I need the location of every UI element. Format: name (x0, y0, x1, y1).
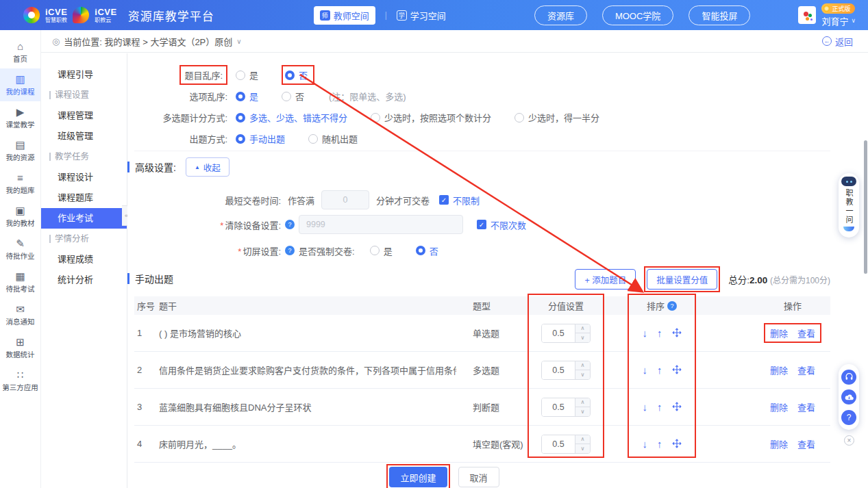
sidebar-item-home[interactable]: ⌂ 首页 (0, 36, 40, 68)
move-up-icon[interactable]: ↑ (657, 439, 662, 449)
add-question-button[interactable]: + 添加题目 (575, 269, 636, 290)
breadcrumb[interactable]: 当前位置: 我的课程 > 大学语文（2P）原创 (64, 35, 232, 48)
batch-set-score-button[interactable]: 批量设置分值 (647, 269, 717, 290)
stepper-arrows: ∧ ∨ (575, 361, 590, 379)
radio-multi-scoring-no-credit[interactable]: 多选、少选、错选不得分 (236, 111, 347, 124)
radio-question-shuffle-no[interactable]: 否 (285, 68, 308, 81)
submenu-item-course-management[interactable]: 课程管理 (41, 105, 127, 126)
move-up-icon[interactable]: ↑ (657, 365, 662, 375)
stepper-down-icon[interactable]: ∨ (575, 407, 590, 416)
drag-move-icon[interactable] (672, 328, 682, 339)
top-header: iCVE 智慧职教 iCVE 职教云 资源库教学平台 师 教师空间 | 学 学习… (0, 0, 868, 30)
radio-multi-scoring-per-option[interactable]: 少选时，按照选项个数计分 (371, 111, 491, 124)
qa-widget-label: 职教一问 (843, 189, 854, 224)
view-link[interactable]: 查看 (797, 400, 815, 413)
view-link[interactable]: 查看 (797, 326, 815, 339)
checkbox-unlimited-times[interactable]: ✓ 不限次数 (477, 218, 526, 231)
move-up-icon[interactable]: ↑ (657, 328, 662, 338)
help-icon[interactable]: ? (285, 246, 295, 255)
sidebar-item-classroom-teaching[interactable]: ▶ 课堂教学 (0, 101, 40, 134)
download-button[interactable] (841, 389, 856, 404)
stepper-down-icon[interactable]: ∨ (575, 370, 590, 379)
sidebar-item-my-resources[interactable]: ▤ 我的资源 (0, 134, 40, 167)
close-toolbar-icon[interactable]: × (844, 435, 854, 446)
submenu-item-course-design[interactable]: 课程设计 (41, 167, 127, 188)
submenu-item-course-guide[interactable]: 课程引导 (41, 64, 127, 85)
mooc-college-button[interactable]: MOOC学院 (602, 5, 673, 25)
radio-option-shuffle-yes[interactable]: 是 (236, 90, 258, 103)
breadcrumb-caret-icon[interactable]: ∨ (236, 38, 241, 45)
qa-assistant-widget[interactable]: 职教一问 (839, 173, 859, 237)
view-link[interactable]: 查看 (797, 363, 815, 376)
sidebar-item-third-party-apps[interactable]: ∷ 第三方应用 (0, 364, 40, 397)
stepper-up-icon[interactable]: ∧ (575, 361, 590, 371)
score-input[interactable] (542, 361, 575, 379)
resource-library-button[interactable]: 资源库 (534, 5, 587, 25)
delete-link[interactable]: 删除 (770, 437, 788, 450)
space-nav: 师 教师空间 | 学 学习空间 (314, 6, 446, 25)
sidebar-item-pending-homework[interactable]: ✎ 待批作业 (0, 233, 40, 266)
drag-move-icon[interactable] (672, 365, 682, 376)
sidebar-item-my-question-bank[interactable]: ≡ 我的题库 (0, 167, 40, 200)
sidebar-item-notifications[interactable]: ✉ 消息通知 (0, 298, 40, 331)
score-input[interactable] (542, 435, 575, 453)
question-no: 3 (134, 402, 159, 412)
tab-study-space[interactable]: 学 学习空间 (397, 9, 446, 22)
move-down-icon[interactable]: ↓ (643, 402, 648, 412)
checkbox-no-limit[interactable]: ✓ 不限制 (439, 194, 480, 207)
help-button[interactable]: ? (841, 410, 856, 425)
radio-force-submit-yes[interactable]: 是 (370, 244, 393, 257)
sidebar-item-pending-exams[interactable]: ▦ 待批考试 (0, 266, 40, 298)
drag-move-icon[interactable] (672, 402, 682, 413)
radio-manual-questions[interactable]: 手动出题 (236, 132, 285, 145)
radio-multi-scoring-half[interactable]: 少选时，得一半分 (514, 111, 599, 124)
radio-option-shuffle-no[interactable]: 否 (282, 90, 304, 103)
sidebar-item-data-statistics[interactable]: ⊞ 数据统计 (0, 331, 40, 364)
user-avatar[interactable] (798, 6, 816, 24)
tab-teacher-space[interactable]: 师 教师空间 (314, 6, 375, 25)
delete-link[interactable]: 删除 (770, 363, 788, 376)
robot-icon (841, 177, 856, 186)
stepper-up-icon[interactable]: ∧ (575, 398, 590, 408)
sort-help-icon[interactable]: ? (667, 301, 677, 311)
move-up-icon[interactable]: ↑ (657, 402, 662, 412)
user-name[interactable]: 刘育宁 ∨ (821, 14, 856, 27)
radio-force-submit-no[interactable]: 否 (416, 244, 438, 257)
move-down-icon[interactable]: ↓ (643, 439, 648, 449)
submenu-item-course-question-bank[interactable]: 课程题库 (41, 188, 127, 208)
score-input[interactable] (542, 398, 575, 416)
smart-cast-button[interactable]: 智能投屏 (689, 5, 750, 25)
stepper-down-icon[interactable]: ∨ (575, 333, 590, 342)
score-input[interactable] (542, 324, 575, 342)
stepper-down-icon[interactable]: ∨ (575, 444, 590, 453)
page-scrollbar[interactable] (864, 140, 867, 274)
sidebar-item-my-textbooks[interactable]: ▣ 我的教材 (0, 200, 40, 233)
radio-question-shuffle-yes[interactable]: 是 (236, 68, 258, 81)
submenu-item-class-management[interactable]: 班级管理 (41, 126, 127, 146)
field-label: *切屏设置: (127, 244, 281, 257)
sidebar-item-my-courses[interactable]: ▥ 我的课程 (0, 68, 40, 101)
collapse-advanced-button[interactable]: ▲ 收起 (186, 157, 230, 177)
move-down-icon[interactable]: ↓ (643, 365, 648, 375)
customer-service-button[interactable] (841, 370, 856, 385)
view-link[interactable]: 查看 (797, 437, 815, 450)
question-type: 单选题 (456, 326, 525, 339)
radio-random-questions[interactable]: 随机出题 (308, 132, 358, 145)
stepper-up-icon[interactable]: ∧ (575, 435, 590, 445)
drag-move-icon[interactable] (672, 439, 682, 450)
move-down-icon[interactable]: ↓ (643, 328, 648, 338)
submenu-item-course-grades[interactable]: 课程成绩 (41, 249, 127, 270)
user-area[interactable]: 正式版 刘育宁 ∨ (798, 3, 856, 27)
cancel-button[interactable]: 取消 (458, 467, 499, 487)
submenu-item-homework-exam[interactable]: 作业考试 (41, 208, 127, 229)
clear-device-input[interactable] (299, 215, 463, 234)
stepper-up-icon[interactable]: ∧ (575, 324, 590, 334)
delete-link[interactable]: 删除 (770, 400, 788, 413)
submenu-item-statistical-analysis[interactable]: 统计分析 (41, 270, 127, 290)
min-time-input[interactable] (321, 190, 369, 209)
help-icon[interactable]: ? (285, 220, 295, 229)
score-stepper: ∧ ∨ (541, 324, 591, 343)
create-now-button[interactable]: 立即创建 (389, 467, 447, 487)
delete-link[interactable]: 删除 (770, 326, 788, 339)
back-button[interactable]: ← 返回 (822, 35, 853, 48)
